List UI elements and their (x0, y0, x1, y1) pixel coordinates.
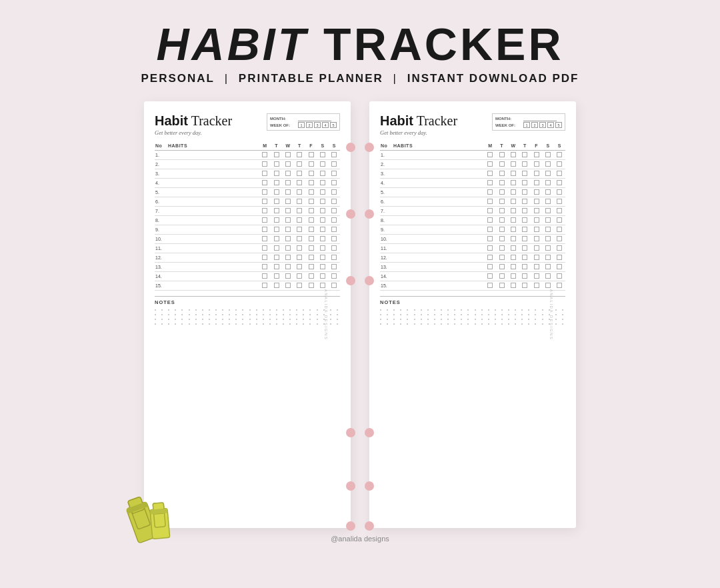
check-box[interactable] (297, 273, 302, 279)
checkbox-cell[interactable] (485, 253, 496, 263)
check-box[interactable] (309, 217, 314, 223)
checkbox-cell[interactable] (554, 169, 565, 179)
check-box[interactable] (274, 283, 279, 288)
checkbox-cell[interactable] (507, 188, 519, 197)
check-box[interactable] (297, 161, 302, 167)
checkbox-cell[interactable] (542, 225, 553, 235)
checkbox-cell[interactable] (496, 235, 507, 244)
check-box[interactable] (534, 161, 539, 167)
checkbox-cell[interactable] (542, 179, 553, 188)
checkbox-cell[interactable] (305, 272, 317, 281)
check-box[interactable] (545, 227, 551, 232)
check-box[interactable] (262, 255, 267, 260)
checkbox-cell[interactable] (531, 272, 542, 281)
check-box[interactable] (487, 236, 493, 241)
check-box[interactable] (262, 199, 267, 204)
check-box[interactable] (545, 199, 551, 204)
checkbox-cell[interactable] (294, 263, 305, 272)
checkbox-cell[interactable] (294, 179, 305, 188)
check-box[interactable] (545, 180, 551, 185)
checkbox-cell[interactable] (507, 244, 519, 253)
check-box[interactable] (274, 217, 279, 223)
checkbox-cell[interactable] (317, 207, 328, 216)
check-box[interactable] (309, 236, 314, 241)
check-box[interactable] (331, 161, 337, 167)
check-box[interactable] (285, 283, 291, 288)
check-box[interactable] (557, 217, 562, 223)
checkbox-cell[interactable] (282, 272, 293, 281)
check-box[interactable] (534, 283, 539, 288)
check-box[interactable] (487, 227, 493, 232)
check-box[interactable] (487, 152, 493, 157)
checkbox-cell[interactable] (542, 235, 553, 244)
check-box[interactable] (285, 236, 291, 241)
checkbox-cell[interactable] (496, 160, 507, 169)
checkbox-cell[interactable] (305, 207, 317, 216)
checkbox-cell[interactable] (271, 160, 282, 169)
checkbox-cell[interactable] (485, 160, 496, 169)
checkbox-cell[interactable] (496, 188, 507, 197)
check-box[interactable] (499, 236, 505, 241)
check-box[interactable] (331, 217, 337, 223)
checkbox-cell[interactable] (271, 179, 282, 188)
checkbox-cell[interactable] (271, 272, 282, 281)
check-box[interactable] (309, 264, 314, 269)
check-box[interactable] (557, 199, 562, 204)
check-box[interactable] (262, 217, 267, 223)
checkbox-cell[interactable] (531, 216, 542, 225)
checkbox-cell[interactable] (259, 263, 271, 272)
check-box[interactable] (545, 236, 551, 241)
checkbox-cell[interactable] (485, 207, 496, 216)
check-box[interactable] (545, 161, 551, 167)
checkbox-cell[interactable] (485, 197, 496, 207)
check-box[interactable] (511, 255, 516, 260)
checkbox-cell[interactable] (485, 263, 496, 272)
check-box[interactable] (297, 255, 302, 260)
check-box[interactable] (331, 283, 337, 288)
check-box[interactable] (545, 283, 551, 288)
check-box[interactable] (534, 227, 539, 232)
checkbox-cell[interactable] (485, 235, 496, 244)
check-box[interactable] (557, 180, 562, 185)
check-box[interactable] (499, 152, 505, 157)
check-box[interactable] (522, 199, 527, 204)
checkbox-cell[interactable] (531, 169, 542, 179)
checkbox-cell[interactable] (305, 188, 317, 197)
check-box[interactable] (499, 199, 505, 204)
check-box[interactable] (297, 264, 302, 269)
check-box[interactable] (285, 199, 291, 204)
checkbox-cell[interactable] (317, 169, 328, 179)
check-box[interactable] (297, 245, 302, 251)
checkbox-cell[interactable] (554, 263, 565, 272)
checkbox-cell[interactable] (519, 151, 531, 160)
checkbox-cell[interactable] (329, 160, 340, 169)
checkbox-cell[interactable] (271, 151, 282, 160)
checkbox-cell[interactable] (485, 169, 496, 179)
checkbox-cell[interactable] (531, 151, 542, 160)
checkbox-cell[interactable] (305, 281, 317, 291)
checkbox-cell[interactable] (294, 160, 305, 169)
checkbox-cell[interactable] (485, 151, 496, 160)
check-box[interactable] (309, 273, 314, 279)
check-box[interactable] (309, 152, 314, 157)
check-box[interactable] (534, 180, 539, 185)
check-box[interactable] (522, 283, 527, 288)
checkbox-cell[interactable] (259, 207, 271, 216)
check-box[interactable] (285, 255, 291, 260)
check-box[interactable] (487, 283, 493, 288)
checkbox-cell[interactable] (519, 225, 531, 235)
checkbox-cell[interactable] (554, 151, 565, 160)
check-box[interactable] (297, 171, 302, 176)
checkbox-cell[interactable] (554, 179, 565, 188)
checkbox-cell[interactable] (554, 253, 565, 263)
check-box[interactable] (285, 152, 291, 157)
checkbox-cell[interactable] (554, 235, 565, 244)
checkbox-cell[interactable] (554, 207, 565, 216)
check-box[interactable] (522, 161, 527, 167)
checkbox-cell[interactable] (259, 179, 271, 188)
check-box[interactable] (320, 180, 325, 185)
check-box[interactable] (309, 161, 314, 167)
check-box[interactable] (320, 236, 325, 241)
checkbox-cell[interactable] (507, 169, 519, 179)
check-box[interactable] (331, 227, 337, 232)
